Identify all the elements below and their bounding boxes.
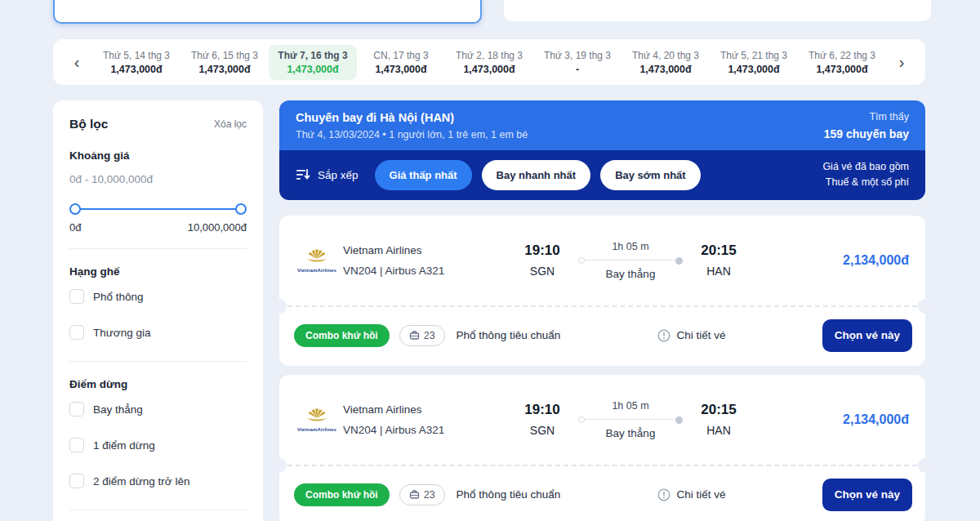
flight-path-line [578, 257, 683, 264]
date-label: Thứ 3, 19 thg 3 [537, 50, 618, 61]
price-range-slider[interactable] [71, 203, 245, 215]
airline-name: Vietnam Airlines [343, 403, 513, 416]
date-tab[interactable]: Thứ 6, 15 thg 3 1,473,000đ [180, 45, 269, 80]
date-tab[interactable]: Thứ 4, 20 thg 3 1,473,000đ [621, 45, 710, 80]
checkbox[interactable] [69, 438, 84, 452]
slider-handle-max[interactable] [235, 203, 247, 215]
flight-price: 2,134,000đ [843, 412, 912, 427]
flight-duration: 1h 05 m [577, 400, 684, 412]
slider-handle-min[interactable] [69, 203, 81, 215]
date-tab[interactable]: CN, 17 thg 3 1,473,000đ [357, 45, 445, 80]
results-header: Chuyến bay đi Hà Nội (HAN) Thứ 4, 13/03/… [279, 100, 925, 200]
checkbox[interactable] [69, 402, 84, 416]
baggage-count: 23 [424, 489, 435, 501]
filters-sidebar: Bộ lọc Xóa lọc Khoảng giá 0đ - 10,000,00… [53, 100, 263, 521]
checkbox-label: 2 điểm dừng trở lên [93, 475, 189, 488]
details-label: Chi tiết vé [677, 488, 726, 501]
airline-logo-text: VietnamAirlines [294, 427, 340, 432]
date-tab[interactable]: Thứ 2, 18 thg 3 1,473,000đ [445, 45, 533, 80]
depart-airport: SGN [513, 424, 572, 437]
checkbox[interactable] [69, 474, 84, 488]
date-tab[interactable]: Thứ 5, 14 thg 3 1,473,000đ [92, 45, 180, 80]
info-icon [657, 329, 670, 342]
price-min-label: 0đ [69, 221, 81, 234]
fare-class: Phổ thông tiêu chuẩn [457, 488, 561, 501]
combo-badge[interactable]: Combo khứ hồi [294, 483, 390, 506]
filter-option-one-stop[interactable]: 1 điểm dừng [69, 438, 247, 452]
checkbox-label: Thương gia [93, 327, 150, 339]
search-panel-partial[interactable] [504, 0, 931, 21]
clear-filters-link[interactable]: Xóa lọc [214, 118, 247, 130]
sort-option-fastest[interactable]: Bay nhanh nhất [482, 160, 591, 190]
flight-card: VietnamAirlines Vietnam Airlines VN204 |… [279, 375, 925, 521]
checkbox-label: Bay thẳng [93, 403, 143, 416]
arrive-airport: HAN [689, 424, 748, 437]
date-label: Thứ 5, 14 thg 3 [96, 50, 177, 61]
date-tab[interactable]: Thứ 3, 19 thg 3 - [533, 45, 621, 80]
date-price: 1,473,000đ [448, 64, 530, 75]
filter-option-direct[interactable]: Bay thẳng [69, 402, 247, 416]
chevron-left-icon[interactable]: ‹ [61, 39, 92, 85]
ticket-details-link[interactable]: Chi tiết vé [657, 329, 726, 342]
select-ticket-button[interactable]: Chọn vé này [822, 479, 912, 511]
flight-search-page: ‹ Thứ 5, 14 thg 3 1,473,000đ Thứ 6, 15 t… [0, 0, 980, 521]
search-input-partial[interactable] [53, 0, 482, 24]
date-price: 1,473,000đ [272, 64, 354, 75]
baggage-badge[interactable]: 23 [399, 484, 445, 505]
arrive-time: 20:15 [689, 243, 748, 259]
price-range-title: Khoảng giá [69, 149, 247, 162]
select-ticket-button[interactable]: Chọn vé này [822, 319, 912, 352]
date-price: 1,473,000đ [625, 64, 706, 75]
airline-logo: VietnamAirlines [294, 248, 340, 273]
date-price: 1,473,000đ [96, 64, 177, 75]
price-max-label: 10,000,000đ [188, 221, 247, 234]
price-note: Giá vé đã bao gồm Thuế & một số phí [822, 159, 909, 191]
results-subtitle: Thứ 4, 13/03/2024 • 1 người lớn, 1 trẻ e… [296, 129, 528, 140]
checkbox[interactable] [69, 289, 84, 304]
slider-track [71, 208, 245, 210]
chevron-right-icon[interactable]: › [886, 39, 917, 85]
date-label: Thứ 6, 22 thg 3 [801, 50, 883, 61]
date-price: - [537, 64, 618, 75]
flight-number: VN204 | Airbus A321 [343, 424, 513, 436]
date-label: Thứ 6, 15 thg 3 [184, 50, 265, 61]
stop-type: Bay thẳng [577, 427, 684, 439]
filter-option-business[interactable]: Thương gia [69, 325, 247, 340]
date-tab-selected[interactable]: Thứ 7, 16 thg 3 1,473,000đ [269, 45, 357, 80]
arrive-time: 20:15 [689, 402, 748, 418]
price-range-value: 0đ - 10,000,000đ [69, 173, 247, 185]
date-label: Thứ 4, 20 thg 3 [625, 50, 706, 61]
baggage-badge[interactable]: 23 [399, 325, 445, 346]
date-price: 1,473,000đ [713, 64, 795, 75]
date-tab[interactable]: Thứ 6, 22 thg 3 1,473,000đ [798, 45, 886, 80]
date-label: Thứ 7, 16 thg 3 [272, 50, 354, 61]
ticket-details-link[interactable]: Chi tiết vé [657, 488, 726, 501]
sort-option-earliest[interactable]: Bay sớm nhất [600, 160, 701, 190]
divider [69, 510, 247, 510]
flight-path-line [578, 416, 683, 423]
flight-duration: 1h 05 m [577, 241, 684, 252]
date-carousel: ‹ Thứ 5, 14 thg 3 1,473,000đ Thứ 6, 15 t… [53, 39, 925, 85]
seat-class-title: Hạng ghế [69, 265, 247, 278]
checkbox[interactable] [69, 325, 84, 340]
divider [69, 248, 247, 249]
results-title: Chuyến bay đi Hà Nội (HAN) [296, 111, 528, 124]
date-price: 1,473,000đ [360, 64, 442, 75]
date-label: Thứ 5, 21 thg 3 [713, 50, 795, 61]
date-price: 1,473,000đ [801, 64, 883, 75]
airline-logo-text: VietnamAirlines [294, 268, 340, 273]
sort-option-cheapest[interactable]: Giá thấp nhất [375, 160, 472, 190]
combo-badge[interactable]: Combo khứ hồi [294, 324, 390, 347]
filter-option-economy[interactable]: Phổ thông [69, 289, 247, 304]
checkbox-label: Phổ thông [93, 291, 144, 303]
filter-option-two-plus-stops[interactable]: 2 điểm dừng trở lên [69, 474, 247, 488]
sort-icon [296, 167, 310, 182]
depart-time: 19:10 [513, 243, 572, 259]
flight-number: VN204 | Airbus A321 [343, 265, 513, 277]
baggage-icon [409, 330, 420, 341]
fare-class: Phổ thông tiêu chuẩn [457, 329, 561, 341]
airline-logo: VietnamAirlines [294, 407, 340, 432]
depart-airport: SGN [513, 265, 572, 278]
filters-title: Bộ lọc [69, 117, 108, 131]
date-tab[interactable]: Thứ 5, 21 thg 3 1,473,000đ [710, 45, 798, 80]
